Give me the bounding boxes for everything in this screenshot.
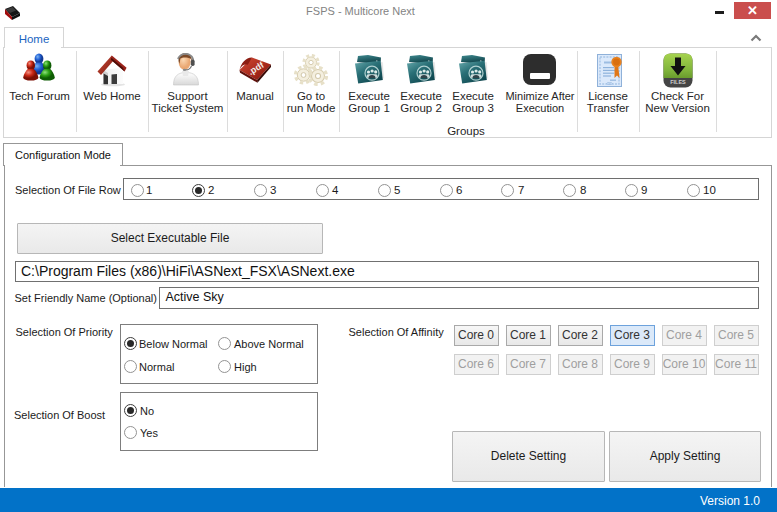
svg-text:FILES: FILES bbox=[670, 79, 686, 85]
